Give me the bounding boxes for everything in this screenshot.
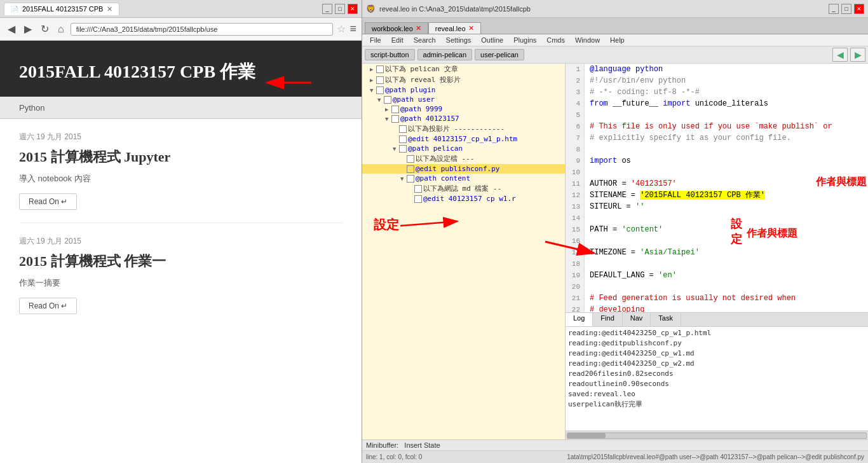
tree-label-13: @edit 40123157 cp w1.r [423,195,516,203]
tree-cb-4[interactable] [391,106,399,113]
browser-tab[interactable]: 📄 2015FALL 40123157 CPB ✕ [4,3,119,15]
leo-menubar: File Edit Search Settings Outline Plugin… [362,34,868,46]
log-scrollbar-h[interactable] [566,431,868,439]
minimize-btn[interactable]: _ [322,4,332,14]
status-right: 1ata\tmp\2015fallcpb\reveal.leo#@path us… [435,453,864,460]
tab-workbook-close[interactable]: ✕ [416,24,421,32]
leo-panel: 🦁 reveal.leo in C:\Ana3_2015\data\tmp\20… [362,0,868,463]
tree-item-11[interactable]: ▼ @path content [362,174,565,183]
browser-menu-btn[interactable]: ≡ [349,22,356,36]
tree-cb-2[interactable] [376,86,384,94]
browser-controls: ◀ ▶ ↻ ⌂ ☆ ≡ [0,18,362,41]
user-pelican-btn[interactable]: user-pelican [475,49,524,60]
tree-cb-9[interactable] [407,155,414,163]
reload-btn[interactable]: ↻ [38,22,51,36]
leo-tabs: workbook.leo ✕ reveal.leo ✕ [362,18,868,34]
tree-label-0: 以下為 pelican 文章 [385,64,458,74]
tree-cb-5[interactable] [391,115,399,123]
tree-item-6[interactable]: 以下為投影片 ------------ [362,123,565,134]
tree-item-3[interactable]: ▼ @path user [362,95,565,104]
menu-help[interactable]: Help [605,35,630,45]
tree-item-10[interactable]: @edit publishconf.py [362,164,565,174]
tree-item-4[interactable]: ▶ @path 9999 [362,104,565,114]
leo-tab-workbook[interactable]: workbook.leo ✕ [365,22,428,34]
log-tab-nav[interactable]: Nav [623,313,651,326]
leo-minimize-btn[interactable]: _ [829,4,839,14]
address-bar[interactable] [71,23,334,36]
tab-reveal-close[interactable]: ✕ [468,24,474,32]
menu-edit[interactable]: Edit [386,35,409,45]
tab-close-btn[interactable]: ✕ [107,5,112,13]
tree-cb-6[interactable] [399,125,407,133]
log-line-4: reading:@edit40423250_cp_w2.md [568,359,865,369]
log-line-6: readoutlinein0.90seconds [568,379,865,389]
site-title: 2015FALL 40123157 CPB 作業 [19,60,342,84]
code-line-18: 18 [566,258,868,270]
leo-right: 1 @language python 2 #!/usr/bin/env pyth… [566,64,868,439]
leo-restore-btn[interactable]: □ [841,4,851,14]
tree-item-5[interactable]: ▼ @path 40123157 [362,114,565,123]
tree-item-13[interactable]: @edit 40123157 cp w1.r [362,194,565,204]
tree-item-1[interactable]: ▶ 以下為 reveal 投影片 [362,74,565,85]
tree-cb-11[interactable] [407,175,414,183]
leo-editor[interactable]: 1 @language python 2 #!/usr/bin/env pyth… [566,64,868,312]
tree-item-0[interactable]: ▶ 以下為 pelican 文章 [362,64,565,74]
code-line-4: 4 from __future__ import unicode_literal… [566,98,868,109]
code-line-1: 1 @language python [566,64,868,75]
leo-title-text: reveal.leo in C:\Ana3_2015\data\tmp\2015… [379,5,531,13]
tree-label-11: @path content [416,174,470,183]
maximize-btn[interactable]: □ [335,4,345,14]
tree-cb-13[interactable] [414,195,422,203]
nav-next-btn[interactable]: ▶ [850,48,865,62]
nav-python[interactable]: Python [19,103,44,113]
forward-btn[interactable]: ▶ [22,22,34,36]
tree-label-4: @path 9999 [400,105,442,113]
tree-cb-7[interactable] [399,135,407,143]
log-scroll-thumb[interactable] [567,433,606,438]
menu-search[interactable]: Search [409,35,441,45]
tree-label-9: 以下為設定檔 --- [416,154,475,163]
post2-read-on-btn[interactable]: Read On ↵ [19,298,77,314]
tree-arrow-2: ▼ [370,87,376,93]
menu-plugins[interactable]: Plugins [508,35,541,45]
menu-outline[interactable]: Outline [476,35,508,45]
post-item-2: 週六 19 九月 2015 2015 計算機程式 作業一 作業一摘要 Read … [19,236,342,314]
log-tab-log[interactable]: Log [566,313,593,326]
log-scroll-track[interactable] [567,432,867,439]
menu-file[interactable]: File [365,35,386,45]
tree-cb-12[interactable] [414,185,422,193]
script-button-btn[interactable]: script-button [365,49,415,60]
tree-item-9[interactable]: 以下為設定檔 --- [362,153,565,164]
tree-label-1: 以下為 reveal 投影片 [385,75,461,85]
code-line-14: 14 [566,212,868,224]
admin-pelican-btn[interactable]: admin-pelican [417,49,472,60]
log-tab-task[interactable]: Task [651,313,681,326]
tree-item-8[interactable]: ▼ @path pelican [362,144,565,153]
nav-prev-btn[interactable]: ◀ [832,48,848,62]
post2-date: 週六 19 九月 2015 [19,236,342,247]
code-line-7: 7 # explicitly specify it as your config… [566,132,868,144]
menu-window[interactable]: Window [570,35,605,45]
tree-cb-1[interactable] [376,76,384,84]
leo-close-btn[interactable]: ✕ [854,4,864,14]
back-btn[interactable]: ◀ [5,22,18,36]
post1-read-on-btn[interactable]: Read On ↵ [19,193,77,210]
menu-cmds[interactable]: Cmds [541,35,570,45]
tree-cb-0[interactable] [376,66,384,73]
tree-cb-3[interactable] [384,96,391,104]
code-line-8: 8 [566,144,868,155]
tree-item-7[interactable]: @edit 40123157_cp_w1_p.htm [362,134,565,144]
tab-workbook-label: workbook.leo [372,25,413,32]
tree-item-2[interactable]: ▼ @path plugin [362,85,565,95]
log-tab-find[interactable]: Find [593,313,622,326]
menu-settings[interactable]: Settings [441,35,477,45]
home-btn[interactable]: ⌂ [55,22,67,36]
leo-tab-reveal[interactable]: reveal.leo ✕ [428,22,481,34]
code-line-15: 15 PATH = 'content' [566,224,868,235]
close-btn[interactable]: ✕ [348,4,358,14]
tree-label-3: @path user [393,95,435,104]
tree-item-12[interactable]: 以下為網誌 md 檔案 -- [362,183,565,194]
tree-cb-10[interactable] [407,165,414,173]
post1-excerpt: 導入 notebook 內容 [19,173,342,184]
tree-cb-8[interactable] [399,145,407,153]
